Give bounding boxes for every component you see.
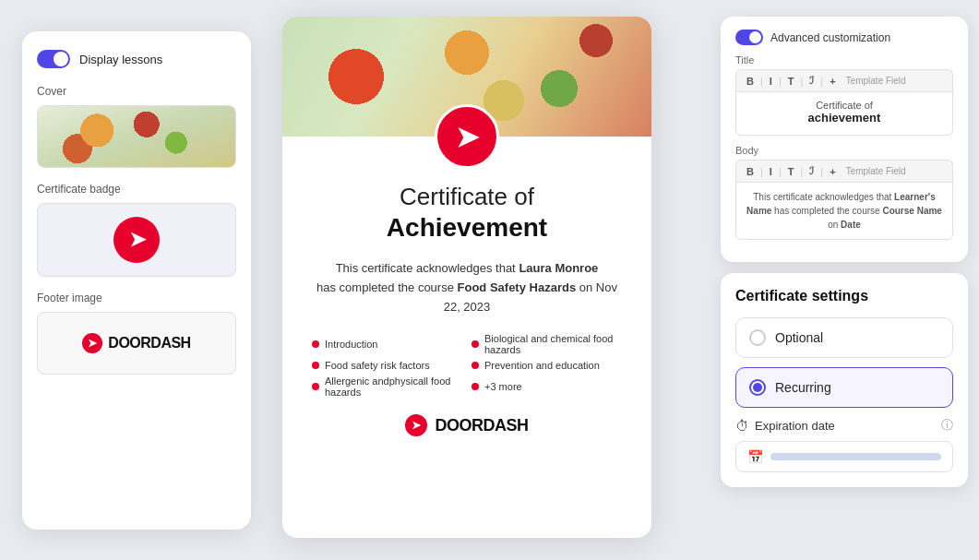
expiry-row: ⏱ Expiration date ⓘ [735,417,953,434]
cert-name: Laura Monroe [519,261,598,275]
cert-course: Food Safety Hazards [458,280,577,294]
toolbar-sep2: | [779,76,782,87]
footer-section: Footer image ➤ DOORDASH [37,292,236,375]
bullet-dot [312,383,319,390]
bullet-dot [472,383,479,390]
bullet-item: Prevention and education [472,360,622,371]
body-toolbar: B | I | T | ℐ | + Template Field [735,160,953,182]
optional-radio-circle [749,329,766,346]
cert-description: This certificate acknowledges that Laura… [312,259,622,316]
body-toolbar-plus[interactable]: + [827,165,838,178]
toolbar-t[interactable]: T [785,75,797,88]
bullet-text: Introduction [325,339,377,350]
certificate-settings-panel: Certificate settings Optional Recurring … [721,273,968,487]
cover-label: Cover [37,85,236,98]
cert-preview-line2: achievement [744,111,945,125]
bullet-text: Food safety risk factors [325,360,430,371]
optional-radio-option[interactable]: Optional [735,317,953,358]
display-lessons-toggle[interactable] [37,50,70,68]
cert-bullets: Introduction Biological and chemical foo… [312,333,622,398]
display-lessons-row: Display lessons [37,50,236,68]
badge-label: Certificate badge [37,183,236,196]
body-toolbar-it[interactable]: ℐ [806,164,817,178]
cert-completed: has completed the course [316,280,454,294]
doordash-icon-small: ➤ [82,333,102,353]
bullet-text: Allergenic andphysicall food hazards [325,375,462,398]
cert-preview-line1: Certificate of [744,100,945,111]
title-editor-content[interactable]: Certificate of achievement [735,91,953,136]
doordash-logo-small: ➤ DOORDASH [82,333,190,353]
toolbar-plus[interactable]: + [827,75,838,88]
recurring-radio-label: Recurring [775,380,831,395]
badge-circle: ➤ [113,217,160,263]
date-input[interactable]: 📅 [735,441,953,472]
date-placeholder: Date [841,220,861,230]
doordash-footer-icon: ➤ [405,414,427,436]
cert-title-bold: Achievement [312,213,622,243]
cover-image [37,105,236,168]
cert-desc-text: This certificate acknowledges that [336,261,516,275]
toolbar-it[interactable]: ℐ [806,74,817,88]
optional-radio-label: Optional [775,330,823,345]
toolbar-bold[interactable]: B [744,75,757,88]
badge-section: Certificate badge ➤ [37,183,236,277]
bullet-item: Biological and chemical food hazards [472,333,622,355]
right-panel-wrap: Advanced customization Title B | I | T |… [721,17,968,487]
body-toolbar-sep3: | [800,166,803,177]
doordash-footer-text: DOORDASH [435,416,528,435]
toolbar-sep1: | [760,76,763,87]
bullet-text: +3 more [484,381,522,392]
bullet-dot [312,362,319,369]
bullet-item: Food safety risk factors [312,360,462,371]
adv-toggle[interactable] [735,30,763,45]
expiry-label: Expiration date [755,419,936,433]
title-toolbar: B | I | T | ℐ | + Template Field [735,69,953,91]
bullet-dot [472,340,479,348]
date-bar [770,453,941,460]
cert-badge-icon: ➤ [456,121,478,153]
body-toolbar-sep1: | [760,166,763,177]
cert-footer-logo: ➤ DOORDASH [312,414,622,436]
body-field-label: Body [735,145,953,156]
body-toolbar-template-field: Template Field [846,166,906,176]
bullet-item: +3 more [472,375,622,398]
bullet-item: Introduction [312,333,462,355]
cert-body: Certificate of Achievement This certific… [282,137,651,538]
recurring-radio-circle [749,379,766,396]
cert-title-light: Certificate of [312,183,622,211]
body-toolbar-t[interactable]: T [785,165,797,178]
body-toolbar-sep4: | [820,166,823,177]
body-editor-content[interactable]: This certificate acknowledges that Learn… [735,182,953,240]
body-preview: This certificate acknowledges that Learn… [744,190,945,232]
body-toolbar-bold[interactable]: B [744,165,757,178]
cert-header-image: ➤ [282,17,651,137]
badge-icon: ➤ [129,228,145,252]
cover-food-art [38,106,235,167]
badge-box: ➤ [37,203,236,277]
settings-title: Certificate settings [735,288,953,304]
bullet-item: Allergenic andphysicall food hazards [312,375,462,398]
bullet-text: Prevention and education [484,360,600,371]
toolbar-italic[interactable]: I [767,75,775,88]
center-panel: ➤ Certificate of Achievement This certif… [282,17,651,538]
doordash-d-small: ➤ [88,337,97,350]
recurring-radio-option[interactable]: Recurring [735,367,953,408]
toolbar-sep4: | [820,76,823,87]
title-field-label: Title [735,54,953,66]
body-toolbar-sep2: | [779,166,782,177]
adv-header: Advanced customization [735,30,953,45]
info-icon: ⓘ [941,417,953,434]
bullet-dot [472,362,479,369]
body-toolbar-italic[interactable]: I [767,165,775,178]
left-panel: Display lessons Cover Certificate badge … [22,31,251,530]
calendar-icon: 📅 [747,449,763,464]
adv-title: Advanced customization [770,31,890,44]
toolbar-sep3: | [800,76,803,87]
footer-box: ➤ DOORDASH [37,312,236,375]
course-name-placeholder: Course Name [882,206,941,216]
bullet-text: Biological and chemical food hazards [484,333,622,355]
footer-label: Footer image [37,292,236,304]
clock-icon: ⏱ [735,418,749,434]
doordash-footer-d-icon: ➤ [412,419,421,432]
advanced-customization-panel: Advanced customization Title B | I | T |… [721,17,968,262]
